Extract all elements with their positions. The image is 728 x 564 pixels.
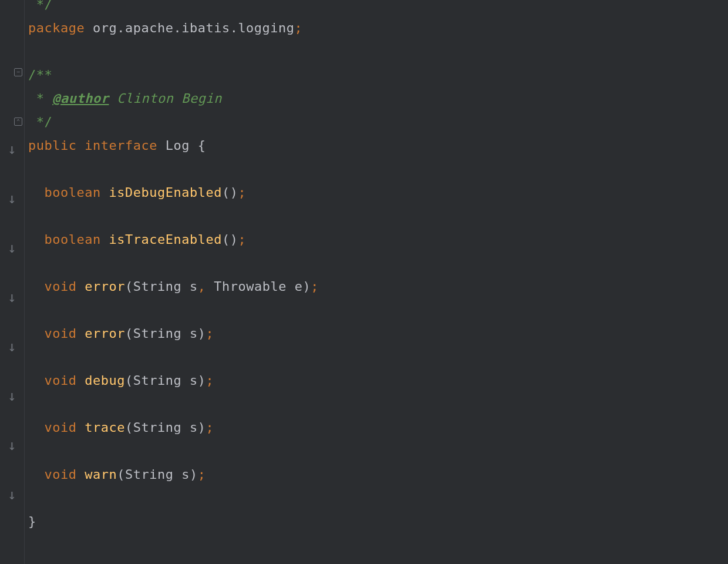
code-line (28, 251, 728, 275)
code-line (28, 204, 728, 228)
gutter-arrow-icon: ↓ (0, 384, 24, 408)
code-line: void error(String s); (28, 322, 728, 345)
code-line (28, 392, 728, 416)
gutter-arrow-icon: ↓ (0, 335, 24, 358)
code-line: /** (28, 63, 728, 87)
gutter-arrow-icon: ↓ (0, 434, 24, 457)
code-line: boolean isDebugEnabled(); (28, 181, 728, 204)
code-line: * @author Clinton Begin (28, 87, 728, 110)
gutter-arrow-icon: ↓ (0, 483, 24, 506)
code-line (28, 439, 728, 463)
code-line (28, 298, 728, 322)
code-line (28, 345, 728, 369)
editor-gutter: − ⌃ ↓ ↓ ↓ ↓ ↓ ↓ ↓ ↓ (0, 0, 25, 564)
gutter-arrow-icon: ↓ (0, 137, 24, 161)
code-line: */ (28, 0, 728, 16)
code-line: boolean isTraceEnabled(); (28, 228, 728, 251)
code-line (28, 157, 728, 181)
gutter-arrow-icon: ↓ (0, 236, 24, 260)
code-line: void error(String s, Throwable e); (28, 275, 728, 298)
code-line: void debug(String s); (28, 369, 728, 392)
code-content[interactable]: */ package org.apache.ibatis.logging; /*… (25, 0, 728, 564)
gutter-arrow-icon: ↓ (0, 187, 24, 210)
gutter-arrow-icon: ↓ (0, 286, 24, 309)
code-line: void warn(String s); (28, 463, 728, 486)
fold-close-icon[interactable]: ⌃ (14, 118, 22, 126)
javadoc-author-tag: @author (52, 91, 109, 106)
code-line: public interface Log { (28, 134, 728, 157)
fold-minus-icon[interactable]: − (14, 68, 22, 76)
code-editor[interactable]: − ⌃ ↓ ↓ ↓ ↓ ↓ ↓ ↓ ↓ */ package org.apach… (0, 0, 728, 564)
code-line (28, 40, 728, 63)
code-line: void trace(String s); (28, 416, 728, 439)
code-line: */ (28, 110, 728, 134)
code-line: package org.apache.ibatis.logging; (28, 16, 728, 40)
code-line: } (28, 510, 728, 533)
code-line (28, 486, 728, 510)
